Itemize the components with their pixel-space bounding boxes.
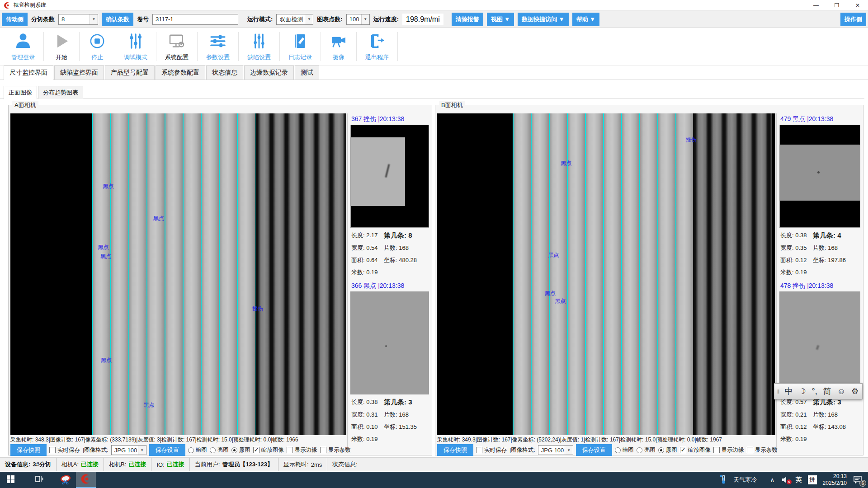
volume-muted-icon[interactable]: ✕ (781, 475, 790, 484)
camA-original-image-radio[interactable] (231, 447, 237, 453)
maximize-button[interactable]: ❐ (826, 0, 847, 10)
camera-b-live-image[interactable]: 挫伤黑点黑点黑点黑点 (437, 113, 775, 435)
camB-zoom-image-checkbox[interactable] (680, 447, 686, 453)
drag-handle-icon[interactable]: ‖ (777, 388, 778, 395)
camera-capture-button[interactable]: 摄像 (321, 32, 357, 61)
camB-bright-image-radio[interactable] (637, 447, 642, 453)
ime-fullhalf-moon-icon[interactable]: ☽ (798, 387, 806, 395)
tab-6[interactable]: 测试 (295, 66, 319, 80)
camA-image-format-select[interactable]: JPG 100 ▼ (111, 445, 146, 455)
camB-show-count-checkbox[interactable] (747, 447, 753, 453)
taskbar-clock[interactable]: 20:13 2025/2/10 (823, 473, 847, 487)
radio-label: 暗图 (623, 446, 634, 454)
admin-login-button[interactable]: 管理登录 (3, 32, 44, 61)
defect-thumbnail-image[interactable] (350, 291, 429, 394)
camA-show-count-checkbox[interactable] (320, 447, 326, 453)
tab-0[interactable]: 尺寸监控界面 (4, 66, 53, 80)
defect-stat: 长度: 2.17 (351, 231, 384, 240)
task-view-button[interactable] (29, 472, 50, 488)
defect-settings-button[interactable]: 缺陷设置 (239, 32, 280, 61)
tab-1[interactable]: 缺陷监控界面 (54, 66, 104, 80)
exit-program-button[interactable]: 退出程序 (357, 32, 398, 61)
chevron-down-icon[interactable]: ▼ (361, 14, 369, 24)
roll-number-label: 卷号 (137, 15, 149, 23)
tab-4[interactable]: 状态信息 (206, 66, 243, 80)
top-toolbar: 传动侧 分切条数 8 ▼ 确认条数 卷号 3117-1 运行模式: 双面检测 ▼… (0, 11, 868, 28)
defect-stats: 长度: 2.17第几条: 8宽度: 0.54片数: 168面积: 0.64坐标:… (350, 228, 429, 277)
start-button[interactable] (0, 472, 21, 488)
ime-pinyin-indicator[interactable]: 拼 (808, 475, 817, 484)
roll-number-input[interactable]: 3117-1 (152, 14, 238, 25)
camera-b-status-segment: 相机B:已连接 (104, 458, 151, 471)
camA-zoom-image-checkbox[interactable] (253, 447, 259, 453)
tab-3[interactable]: 系统参数配置 (156, 66, 205, 80)
ime-chinese-mode-button[interactable]: 中 (784, 387, 793, 395)
debug-mode-button[interactable]: 调试模式 (115, 32, 156, 61)
camA-save-settings-button[interactable]: 保存设置 (149, 444, 185, 456)
camA-dark-image-radio[interactable] (188, 447, 194, 453)
camB-realtime-save-checkbox[interactable] (476, 447, 482, 453)
stop-button[interactable]: 停止 (80, 32, 115, 61)
camA-realtime-save-checkbox[interactable] (49, 447, 56, 453)
tab-2[interactable]: 产品型号配置 (105, 66, 155, 80)
view-menu-button[interactable]: 视图 ▼ (487, 13, 514, 26)
chevron-down-icon[interactable]: ▼ (138, 446, 146, 455)
ime-punctuation-button[interactable]: °, (812, 387, 817, 395)
chevron-down-icon[interactable]: ▼ (565, 446, 573, 455)
minimize-button[interactable]: — (806, 0, 826, 10)
camB-dark-image-radio[interactable] (615, 447, 621, 453)
tab-5[interactable]: 边缘数据记录 (244, 66, 294, 80)
video-camera-icon (330, 32, 348, 52)
camera-a-live-image[interactable]: 黑点黑点黑点黑点挫伤黑点黑点 (10, 113, 346, 435)
slit-count-value: 8 (61, 16, 65, 23)
drive-side-button[interactable]: 传动侧 (2, 13, 28, 26)
action-center-button[interactable]: 6 (853, 475, 863, 485)
defect-thumbnail-image[interactable] (779, 291, 860, 394)
language-indicator[interactable]: 英 (796, 476, 802, 484)
camB-show-edge-checkbox[interactable] (713, 447, 720, 453)
quick-access-menu-button[interactable]: 数据快捷访问 ▼ (518, 13, 568, 26)
chevron-down-icon[interactable]: ▼ (90, 14, 98, 24)
ime-simplified-button[interactable]: 简 (823, 387, 831, 395)
chart-points-select[interactable]: 100 ▼ (346, 14, 370, 25)
weather-text[interactable]: 天气寒冷 (733, 476, 757, 484)
clear-alarm-button[interactable]: 清除报警 (452, 13, 483, 26)
camB-original-image-radio[interactable] (658, 447, 664, 453)
system-config-button[interactable]: 系统配置 (156, 32, 198, 61)
help-menu-button[interactable]: 帮助 ▼ (572, 13, 599, 26)
subtab-1[interactable]: 分布趋势图表 (38, 86, 83, 99)
parameter-settings-button[interactable]: 参数设置 (198, 32, 239, 61)
tray-expand-chevron-icon[interactable]: ∧ (770, 476, 774, 483)
defect-stat: 第几条: 3 (384, 398, 429, 407)
camA-bright-image-radio[interactable] (210, 447, 216, 453)
camB-image-format-select[interactable]: JPG 100 ▼ (538, 445, 573, 455)
ime-settings-gear-icon[interactable]: ⚙ (851, 387, 859, 395)
run-mode-select[interactable]: 双面检测 ▼ (276, 14, 313, 25)
camera-a-status-value: 已连接 (81, 460, 99, 469)
camB-save-settings-button[interactable]: 保存设置 (576, 444, 612, 456)
confirm-count-button[interactable]: 确认条数 (102, 13, 133, 26)
ime-emoji-button[interactable]: ☺ (837, 387, 845, 395)
camB-save-snapshot-button[interactable]: 保存快照 (437, 444, 473, 456)
start-button[interactable]: 开始 (44, 32, 80, 61)
close-button[interactable]: ✕ (847, 0, 868, 10)
checkbox-label: 显示边缘 (295, 446, 317, 454)
radio-label: 亮图 (217, 446, 229, 454)
camA-show-edge-checkbox[interactable] (287, 447, 293, 453)
slit-count-select[interactable]: 8 ▼ (58, 14, 98, 25)
log-record-button[interactable]: 日志记录 (280, 32, 321, 61)
mute-badge: ✕ (787, 479, 792, 484)
thermometer-icon[interactable] (719, 474, 727, 486)
defect-thumbnail-image[interactable] (350, 125, 429, 228)
operator-side-button[interactable]: 操作侧 (840, 13, 866, 26)
taskbar-app-vision-system[interactable] (76, 472, 96, 488)
radio-label: 暗图 (196, 446, 207, 454)
taskbar-app-snipping[interactable] (56, 472, 76, 488)
camA-save-snapshot-button[interactable]: 保存快照 (10, 444, 47, 456)
chevron-down-icon[interactable]: ▼ (305, 14, 313, 24)
defect-stat: 宽度: 0.35 (780, 244, 813, 252)
subtab-0[interactable]: 正面图像 (4, 86, 37, 99)
main-tabs: 尺寸监控界面缺陷监控界面产品型号配置系统参数配置状态信息边缘数据记录测试 (0, 66, 868, 80)
defect-thumbnail-image[interactable] (779, 125, 860, 228)
chart-points-label: 图表点数: (317, 15, 342, 23)
